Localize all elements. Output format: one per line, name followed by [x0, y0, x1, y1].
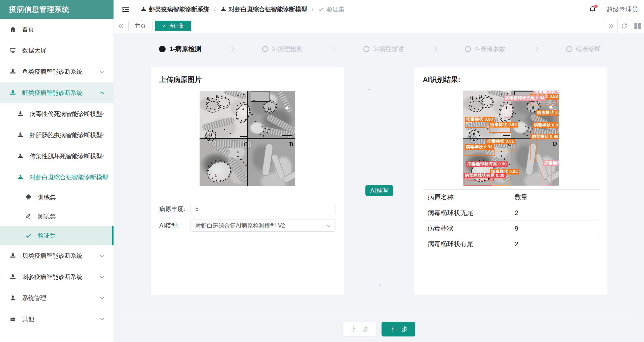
user-menu[interactable]: 超级管理员: [607, 5, 638, 14]
sidebar-item[interactable]: 贝类疫病智能诊断系统: [0, 245, 113, 266]
ai-annotated-image: iiiiiiiiiCDi 病毒椭球状无尾 0.90病毒棒状 0.88病毒椭球状无…: [463, 91, 559, 186]
sidebar-item[interactable]: 其他: [0, 309, 113, 330]
detection-box: [543, 165, 552, 185]
sidebar-item[interactable]: 系统管理: [0, 287, 113, 309]
breadcrumb-item[interactable]: 虾类疫病智能诊断系统: [140, 5, 209, 13]
sidebar-item[interactable]: 刺参疫病智能诊断系统: [0, 266, 113, 287]
result-card: AI识别结果: iiiiiiiiiCDi 病毒椭球状无尾 0.90病毒棒状 0.…: [414, 67, 608, 295]
table-cell: 2: [510, 236, 599, 252]
breadcrumb-label: 虾类疫病智能诊断系统: [149, 5, 209, 13]
abundance-input[interactable]: 5: [191, 203, 335, 215]
notification-bell-icon[interactable]: [589, 5, 596, 14]
sidebar-fold-icon[interactable]: [121, 5, 130, 14]
breadcrumb-label: 验证集: [326, 5, 345, 13]
sidebar-item-label: 验证集: [38, 232, 56, 240]
detection-label: 病毒棒状 0.86: [531, 134, 559, 139]
step-综合诊断[interactable]: 综合诊断: [566, 45, 601, 53]
sidebar-item[interactable]: 传染性肌坏死智能诊断模型: [0, 146, 113, 167]
model-select[interactable]: 对虾白斑综合征AI病原检测模型-V2: [191, 220, 335, 232]
sidebar-item[interactable]: 对虾白斑综合征智能诊断模型: [0, 167, 113, 188]
step-2-病理检测[interactable]: 2-病理检测: [262, 45, 303, 53]
tab-tools: [604, 19, 644, 33]
layout-grid-icon[interactable]: [631, 19, 644, 33]
model-field-row: AI模型: 对虾白斑综合征AI病原检测模型-V2: [159, 220, 335, 232]
table-cell: 9: [510, 221, 599, 236]
table-cell: 病毒椭球状有尾: [423, 236, 510, 252]
diagnose-icon: [17, 132, 24, 139]
detection-box: [531, 138, 537, 160]
pencil-icon: [25, 213, 32, 220]
table-row: 病毒椭球状无尾2: [423, 205, 599, 221]
tab-验证集[interactable]: 验证集: [155, 21, 191, 31]
chevron-down-icon: [100, 316, 104, 321]
sidebar-item-label: 对虾白斑综合征智能诊断模型: [30, 173, 108, 181]
step-label: 1-病原检测: [169, 45, 201, 53]
step-3-病症描述[interactable]: 3-病症描述: [363, 45, 404, 53]
step-label: 3-病症描述: [373, 45, 404, 53]
abundance-field-row: 病原丰度: 5: [159, 203, 335, 215]
sidebar-item[interactable]: 首页: [0, 19, 113, 40]
refresh-icon[interactable]: [617, 19, 631, 33]
sidebar-item-label: 数据大屏: [22, 47, 46, 55]
sidebar-item-label: 传染性肌坏死智能诊断模型: [30, 152, 102, 160]
diagnose-icon: [17, 110, 24, 117]
breadcrumb-item[interactable]: 对虾白斑综合征智能诊断模型: [220, 5, 307, 13]
detection-label: 病毒棒状 0.88: [489, 122, 518, 127]
sidebar-item[interactable]: 数据大屏: [0, 40, 113, 61]
prev-step-button[interactable]: 上一步: [343, 322, 376, 336]
sidebar-item[interactable]: 验证集: [0, 226, 113, 245]
breadcrumb: 虾类疫病智能诊断系统/对虾白斑综合征智能诊断模型/验证集: [140, 5, 345, 13]
sidebar-item[interactable]: 训练集: [0, 188, 113, 207]
chevron-down-icon: [100, 274, 104, 278]
em-quadrant-label: ii: [209, 133, 212, 137]
sidebar-item-label: 刺参疫病智能诊断系统: [22, 273, 83, 281]
check-icon: [25, 232, 32, 239]
step-circle-icon: [566, 46, 572, 52]
table-row: 病毒棒状9: [423, 221, 599, 236]
chevron-down-icon: [327, 223, 331, 227]
artifact-dot: [368, 89, 370, 90]
em-quadrant-label: ii: [268, 107, 271, 110]
upload-fields: 病原丰度: 5 AI模型: 对虾白斑综合征AI病原检测模型-V2: [159, 203, 335, 232]
wizard-stepper: 1-病原检测2-病理检测3-病症描述4-养殖参数综合诊断: [159, 45, 601, 53]
model-label: AI模型:: [159, 222, 191, 230]
next-step-button[interactable]: 下一步: [382, 322, 415, 336]
step-1-病原检测[interactable]: 1-病原检测: [159, 45, 201, 53]
sidebar-menu: 首页数据大屏鱼类疫病智能诊断系统虾类疫病智能诊断系统病毒性偷死病智能诊断模型虾肝…: [0, 19, 113, 330]
diagnose-icon: [9, 273, 17, 280]
person-icon: [9, 294, 17, 302]
sidebar-item[interactable]: 虾肝肠胞虫病智能诊断模型: [0, 124, 113, 146]
footer-buttons: 上一步 下一步: [114, 322, 644, 336]
abundance-label: 病原丰度:: [159, 205, 191, 213]
main-content: 1-病原检测2-病理检测3-病症描述4-养殖参数综合诊断 上传病原图片 iiii…: [114, 33, 644, 342]
sidebar-item[interactable]: 病毒性偷死病智能诊断模型: [0, 103, 113, 124]
artifact-dot: [380, 284, 381, 286]
step-label: 2-病理检测: [272, 45, 303, 53]
sidebar-item[interactable]: 鱼类疫病智能诊断系统: [0, 61, 113, 82]
pathogen-image[interactable]: iiiiiiiiiCDi: [200, 91, 295, 186]
ai-infer-button[interactable]: AI推理: [365, 185, 393, 196]
breadcrumb-separator: /: [312, 6, 314, 13]
sidebar-item[interactable]: 虾类疫病智能诊断系统: [0, 82, 113, 103]
breadcrumb-separator: /: [214, 6, 216, 13]
step-circle-icon: [363, 46, 369, 52]
detection-label: 病毒椭球状有尾 0.30: [464, 173, 506, 178]
chevron-down-icon: [100, 253, 104, 257]
sidebar-item-label: 系统管理: [22, 294, 46, 302]
app-root: 疫病信息管理系统 首页数据大屏鱼类疫病智能诊断系统虾类疫病智能诊断系统病毒性偷死…: [0, 0, 644, 342]
abundance-value: 5: [195, 206, 199, 212]
step-label: 综合诊断: [576, 45, 601, 53]
notification-badge: [594, 5, 598, 8]
diagnose-icon: [17, 174, 24, 181]
step-4-养殖参数[interactable]: 4-养殖参数: [465, 45, 505, 53]
diagnose-icon: [9, 68, 17, 75]
breadcrumb-label: 对虾白斑综合征智能诊断模型: [229, 5, 307, 13]
sidebar: 疫病信息管理系统 首页数据大屏鱼类疫病智能诊断系统虾类疫病智能诊断系统病毒性偷死…: [0, 0, 114, 342]
tabs-scroll-left-icon[interactable]: [114, 22, 128, 29]
tabs-scroll-right-icon[interactable]: [604, 19, 617, 33]
tab-首页[interactable]: 首页: [128, 21, 153, 31]
sidebar-item[interactable]: 测试集: [0, 207, 113, 226]
sidebar-item-label: 测试集: [38, 212, 56, 221]
em-quadrant-label: ii: [207, 97, 209, 100]
app-title: 疫病信息管理系统: [0, 0, 113, 19]
